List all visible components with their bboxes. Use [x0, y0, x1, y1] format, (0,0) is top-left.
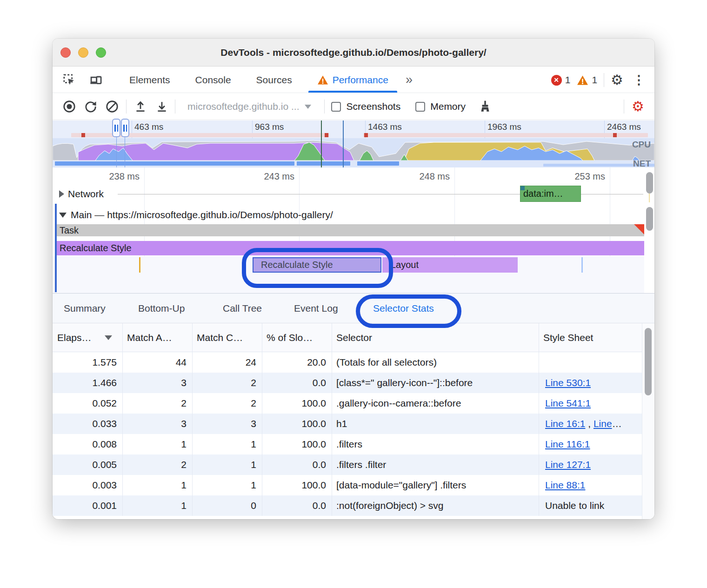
main-track-header[interactable]: Main — https://microsoftedge.github.io/D…	[59, 209, 333, 220]
column-header-1[interactable]: Elaps…	[53, 323, 122, 352]
screenshots-checkbox[interactable]	[331, 102, 341, 112]
overview-tick-label: 1463 ms	[368, 122, 402, 132]
more-options-menu-icon[interactable]: ⋮	[630, 74, 648, 87]
column-header-6[interactable]: Style Sheet	[539, 323, 642, 352]
table-scrollbar-thumb[interactable]	[645, 328, 652, 395]
column-header-3[interactable]: Match C…	[192, 323, 262, 352]
cell-elapsed: 1.466	[53, 373, 122, 393]
screenshots-toggle[interactable]: Screenshots	[331, 101, 400, 112]
column-divider	[122, 323, 123, 516]
cell-match-attempts: 2	[122, 393, 192, 414]
more-tabs-button[interactable]: »	[401, 67, 416, 93]
table-row[interactable]: 0.005210.0.filters .filterLine 127:1	[53, 454, 642, 475]
details-tab-selector-stats[interactable]: Selector Stats	[371, 294, 436, 323]
stylesheet-link[interactable]: Line 541:1	[545, 398, 591, 408]
cell-match-attempts: 1	[122, 475, 192, 495]
column-header-4[interactable]: % of Slo…	[262, 323, 332, 352]
performance-toolbar: microsoftedge.github.io ... Screenshots …	[53, 94, 654, 120]
selection-left-handle[interactable]	[112, 119, 120, 137]
tab-performance[interactable]: Performance	[305, 67, 401, 93]
cell-match-count: 0	[192, 495, 262, 516]
details-tab-bottom-up[interactable]: Bottom-Up	[136, 294, 187, 323]
table-row[interactable]: 0.03333100.0h1Line 16:1 , Line…	[53, 414, 642, 434]
tab-elements[interactable]: Elements	[117, 67, 183, 93]
cell-style-sheet: Line 116:1	[539, 434, 642, 454]
stylesheet-link[interactable]: Line 88:1	[545, 480, 585, 490]
stylesheet-link[interactable]: Line 530:1	[545, 377, 591, 388]
device-toolbar-icon[interactable]	[88, 72, 104, 88]
cell-match-attempts: 44	[122, 352, 192, 373]
cell-pct-slow: 100.0	[262, 414, 332, 434]
flame-tick-label: 253 ms	[540, 171, 605, 182]
stylesheet-link[interactable]: Line 127:1	[545, 459, 591, 470]
column-header-2[interactable]: Match A…	[122, 323, 192, 352]
details-tab-event-log[interactable]: Event Log	[292, 294, 340, 323]
cell-style-sheet: Line 530:1	[539, 373, 642, 393]
cell-match-attempts: 1	[122, 434, 192, 454]
error-count-badge[interactable]: 1	[551, 74, 571, 86]
table-row[interactable]: 0.00811100.0.filtersLine 116:1	[53, 434, 642, 454]
cell-pct-slow: 100.0	[262, 475, 332, 495]
layout-event-bar[interactable]: Layout	[382, 257, 518, 273]
warning-count-badge[interactable]: 1	[577, 74, 597, 86]
table-scrollbar-track[interactable]	[642, 323, 654, 519]
details-tab-call-tree[interactable]: Call Tree	[221, 294, 264, 323]
cell-match-attempts: 2	[122, 454, 192, 475]
table-row[interactable]: 1.466320.0[class*=" gallery-icon--"]::be…	[53, 373, 642, 393]
stylesheet-text: ,	[585, 418, 594, 429]
stylesheet-link[interactable]: Line	[594, 418, 612, 429]
selection-left-line	[116, 137, 117, 167]
main-track-accent	[55, 204, 57, 292]
save-profile-icon[interactable]	[154, 99, 169, 114]
cell-elapsed: 1.575	[53, 352, 122, 373]
clear-button[interactable]	[105, 99, 120, 114]
column-divider	[262, 323, 262, 516]
selection-right-handle[interactable]	[121, 119, 129, 137]
table-row[interactable]: 0.00311100.0[data-module="gallery"] .fil…	[53, 475, 642, 495]
minor-event-tick[interactable]	[139, 257, 140, 273]
details-tab-summary[interactable]: Summary	[62, 294, 107, 323]
stylesheet-link[interactable]: Line 116:1	[545, 439, 590, 449]
fcp-marker	[321, 120, 322, 167]
cell-pct-slow: 0.0	[262, 373, 332, 393]
cell-match-count: 2	[192, 393, 262, 414]
cell-elapsed: 0.001	[53, 495, 122, 516]
recalculate-style-event-bar[interactable]: Recalculate Style	[57, 241, 644, 255]
network-scrollbar-thumb[interactable]	[646, 172, 653, 194]
task-event-bar[interactable]: Task	[57, 224, 644, 236]
main-scrollbar-thumb[interactable]	[646, 207, 653, 231]
cell-match-count: 3	[192, 414, 262, 434]
network-track-header[interactable]: Network	[59, 188, 104, 200]
column-divider	[192, 323, 193, 516]
table-row[interactable]: 0.001100.0:not(foreignObject) > svgUnabl…	[53, 495, 642, 516]
collect-garbage-icon[interactable]	[478, 99, 493, 114]
record-button[interactable]	[62, 99, 77, 114]
devtools-tab-bar: Elements Console Sources Performance » 1	[53, 67, 654, 93]
inspect-element-icon[interactable]	[61, 72, 77, 88]
cell-selector: [class*=" gallery-icon--"]::before	[332, 373, 539, 393]
memory-checkbox[interactable]	[415, 102, 425, 112]
column-divider	[332, 323, 332, 516]
divider	[324, 100, 325, 114]
reload-and-record-button[interactable]	[83, 99, 98, 114]
table-row[interactable]: 0.05222100.0.gallery-icon--camera::befor…	[53, 393, 642, 414]
cell-elapsed: 0.005	[53, 454, 122, 475]
tab-sources[interactable]: Sources	[244, 67, 305, 93]
settings-gear-icon[interactable]: ⚙	[611, 73, 623, 87]
minor-event-tick[interactable]	[581, 257, 583, 273]
history-select[interactable]: microsoftedge.github.io ...	[187, 101, 311, 112]
capture-settings-gear-icon[interactable]: ⚙	[632, 100, 644, 114]
memory-toggle[interactable]: Memory	[415, 101, 466, 112]
table-row[interactable]: 1.575442420.0(Totals for all selectors)	[53, 352, 642, 373]
cell-selector: (Totals for all selectors)	[332, 352, 539, 373]
stylesheet-link[interactable]: Line 16:1	[545, 418, 585, 429]
dcl-marker	[343, 120, 344, 167]
network-request-badge[interactable]: data:im…	[520, 186, 581, 202]
tab-console[interactable]: Console	[183, 67, 244, 93]
load-profile-icon[interactable]	[133, 99, 148, 114]
cell-match-count: 1	[192, 434, 262, 454]
selected-recalculate-style-event[interactable]: Recalculate Style	[253, 257, 381, 273]
column-header-5[interactable]: Selector	[332, 323, 539, 352]
timeline-overview[interactable]: 463 ms963 ms1463 ms1963 ms2463 ms CPU	[53, 120, 654, 167]
flame-chart[interactable]: 238 ms243 ms248 ms253 ms Network data:im…	[53, 167, 654, 293]
